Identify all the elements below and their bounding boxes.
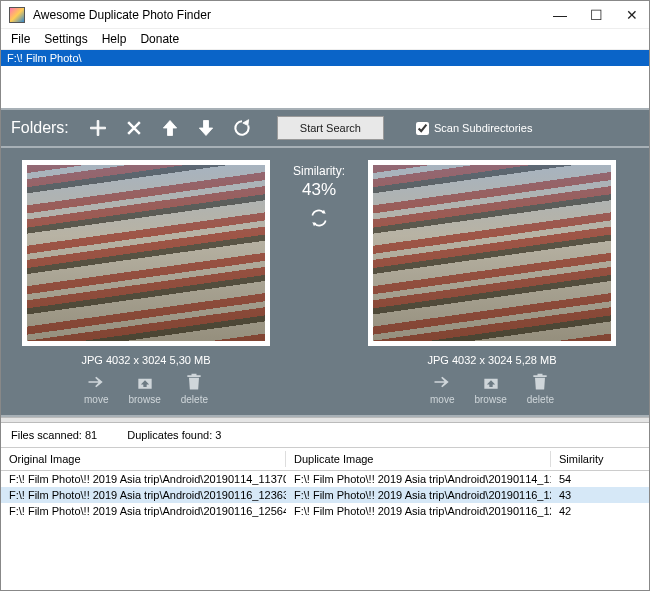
right-panel: JPG 4032 x 3024 5,28 MB move browse dele… <box>357 160 627 405</box>
cell-sim: 43 <box>551 488 649 502</box>
move-up-icon[interactable] <box>159 117 181 139</box>
menubar: File Settings Help Donate <box>1 29 649 50</box>
cell-dup: F:\! Film Photo\!! 2019 Asia trip\Androi… <box>286 488 551 502</box>
scan-sub-input[interactable] <box>416 122 429 135</box>
left-browse-label: browse <box>128 394 160 405</box>
menu-settings[interactable]: Settings <box>44 32 87 46</box>
left-browse-button[interactable]: browse <box>128 372 160 405</box>
results-table: Original Image Duplicate Image Similarit… <box>1 448 649 519</box>
right-browse-button[interactable]: browse <box>474 372 506 405</box>
cell-orig: F:\! Film Photo\!! 2019 Asia trip\Androi… <box>1 488 286 502</box>
scan-sub-label: Scan Subdirectories <box>434 122 532 134</box>
folders-label: Folders: <box>11 119 69 137</box>
cell-dup: F:\! Film Photo\!! 2019 Asia trip\Androi… <box>286 472 551 486</box>
col-similarity[interactable]: Similarity <box>551 451 649 467</box>
cell-orig: F:\! Film Photo\!! 2019 Asia trip\Androi… <box>1 504 286 518</box>
similarity-panel: Similarity: 43% <box>287 160 351 231</box>
left-delete-button[interactable]: delete <box>181 372 208 405</box>
window-title: Awesome Duplicate Photo Finder <box>33 8 211 22</box>
comparison-area: JPG 4032 x 3024 5,30 MB move browse dele… <box>1 148 649 417</box>
move-down-icon[interactable] <box>195 117 217 139</box>
remove-folder-icon[interactable] <box>123 117 145 139</box>
close-button[interactable]: ✕ <box>623 7 641 23</box>
reset-icon[interactable] <box>231 117 253 139</box>
right-meta: JPG 4032 x 3024 5,28 MB <box>427 346 556 372</box>
titlebar: Awesome Duplicate Photo Finder — ☐ ✕ <box>1 1 649 29</box>
scan-subdirectories-checkbox[interactable]: Scan Subdirectories <box>416 122 532 135</box>
folder-path[interactable]: F:\! Film Photo\ <box>1 50 649 66</box>
table-row[interactable]: F:\! Film Photo\!! 2019 Asia trip\Androi… <box>1 503 649 519</box>
right-move-button[interactable]: move <box>430 372 454 405</box>
left-image[interactable] <box>22 160 270 346</box>
right-delete-label: delete <box>527 394 554 405</box>
col-original[interactable]: Original Image <box>1 451 286 467</box>
add-folder-icon[interactable] <box>87 117 109 139</box>
table-header: Original Image Duplicate Image Similarit… <box>1 448 649 471</box>
similarity-value: 43% <box>287 178 351 208</box>
left-move-label: move <box>84 394 108 405</box>
right-delete-button[interactable]: delete <box>527 372 554 405</box>
left-panel: JPG 4032 x 3024 5,30 MB move browse dele… <box>11 160 281 405</box>
left-move-button[interactable]: move <box>84 372 108 405</box>
left-delete-label: delete <box>181 394 208 405</box>
swap-icon[interactable] <box>287 208 351 231</box>
duplicates-found: Duplicates found: 3 <box>127 429 221 441</box>
table-row[interactable]: F:\! Film Photo\!! 2019 Asia trip\Androi… <box>1 471 649 487</box>
cell-dup: F:\! Film Photo\!! 2019 Asia trip\Androi… <box>286 504 551 518</box>
cell-sim: 54 <box>551 472 649 486</box>
cell-orig: F:\! Film Photo\!! 2019 Asia trip\Androi… <box>1 472 286 486</box>
files-scanned: Files scanned: 81 <box>11 429 97 441</box>
menu-file[interactable]: File <box>11 32 30 46</box>
similarity-label: Similarity: <box>287 164 351 178</box>
col-duplicate[interactable]: Duplicate Image <box>286 451 551 467</box>
menu-help[interactable]: Help <box>102 32 127 46</box>
cell-sim: 42 <box>551 504 649 518</box>
status-bar: Files scanned: 81 Duplicates found: 3 <box>1 423 649 448</box>
folder-toolbar: Folders: Start Search Scan Subdirectorie… <box>1 108 649 148</box>
menu-donate[interactable]: Donate <box>140 32 179 46</box>
right-image[interactable] <box>368 160 616 346</box>
table-row[interactable]: F:\! Film Photo\!! 2019 Asia trip\Androi… <box>1 487 649 503</box>
right-move-label: move <box>430 394 454 405</box>
maximize-button[interactable]: ☐ <box>587 7 605 23</box>
right-browse-label: browse <box>474 394 506 405</box>
app-logo-icon <box>9 7 25 23</box>
start-search-button[interactable]: Start Search <box>277 116 384 140</box>
minimize-button[interactable]: — <box>551 7 569 23</box>
left-meta: JPG 4032 x 3024 5,30 MB <box>81 346 210 372</box>
